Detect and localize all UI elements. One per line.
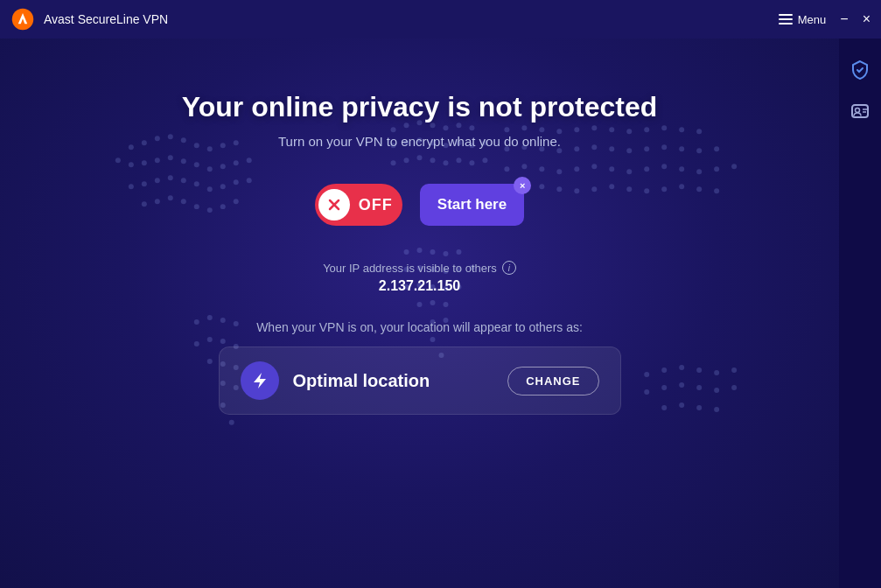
app-title: Avast SecureLine VPN (44, 12, 168, 26)
close-button[interactable]: × (863, 12, 871, 26)
titlebar: Avast SecureLine VPN Menu − × (0, 0, 881, 38)
page-headline: Your online privacy is not protected (182, 91, 658, 123)
toggle-row: OFF Start here × (315, 184, 524, 226)
minimize-button[interactable]: − (840, 12, 848, 26)
main-content: Your online privacy is not protected Tur… (0, 38, 839, 588)
ip-section: Your IP address is visible to others i 2… (323, 261, 516, 294)
right-sidebar (839, 38, 881, 588)
location-text: When your VPN is on, your location will … (256, 320, 583, 334)
info-icon[interactable]: i (502, 261, 516, 275)
change-location-button[interactable]: CHANGE (507, 367, 598, 396)
svg-point-171 (856, 108, 860, 113)
ip-label: Your IP address is visible to others i (323, 261, 516, 275)
titlebar-left: Avast SecureLine VPN (10, 7, 168, 32)
page-subheadline: Turn on your VPN to encrypt what you do … (278, 134, 561, 149)
vpn-toggle[interactable]: OFF (315, 184, 402, 226)
ip-label-text: Your IP address is visible to others (323, 262, 497, 275)
sidebar-item-shield[interactable] (843, 52, 878, 88)
menu-button[interactable]: Menu (779, 13, 827, 26)
start-here-tooltip[interactable]: Start here × (420, 184, 524, 226)
toggle-state-label: OFF (359, 196, 393, 214)
svg-rect-1 (779, 14, 793, 16)
x-icon (328, 199, 340, 211)
lightning-icon (250, 371, 269, 390)
svg-rect-2 (779, 18, 793, 20)
menu-icon (779, 14, 793, 24)
shield-icon (850, 60, 871, 80)
toggle-x-icon (318, 189, 350, 220)
location-icon (241, 361, 279, 400)
location-name: Optimal location (293, 371, 494, 391)
profile-icon (850, 102, 871, 122)
ip-address: 2.137.21.150 (379, 278, 460, 294)
window-controls: − × (840, 12, 871, 26)
sidebar-item-profile[interactable] (843, 94, 878, 130)
tooltip-close-button[interactable]: × (514, 177, 531, 194)
titlebar-right: Menu − × (779, 12, 871, 26)
app-logo-icon (10, 7, 35, 32)
svg-rect-3 (779, 23, 793, 24)
svg-point-0 (12, 9, 34, 31)
start-here-label: Start here (437, 196, 507, 213)
location-card: Optimal location CHANGE (219, 346, 621, 415)
